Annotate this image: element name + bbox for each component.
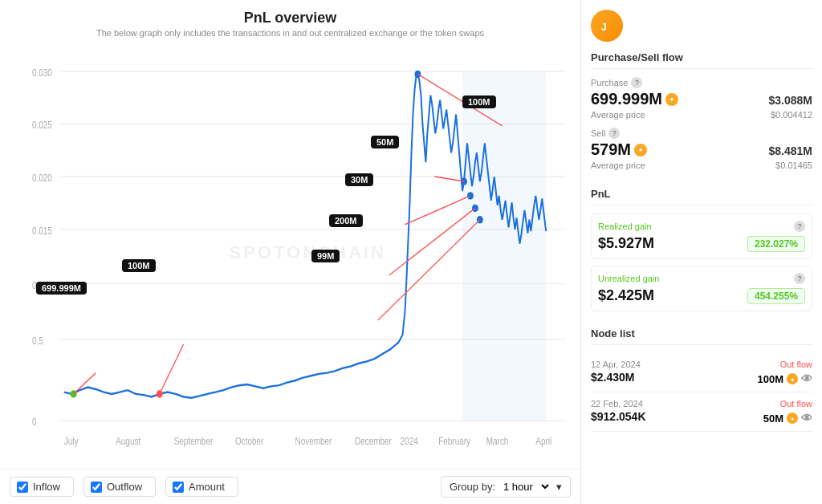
node-item-0: 12 Apr, 2024 $2.430M Out flow 100M ● 👁 [591,353,812,392]
svg-text:0.020: 0.020 [32,173,52,183]
group-by-label: Group by: [450,481,495,493]
svg-text:J: J [601,21,607,33]
outflow-label: Outflow [107,481,142,493]
sell-avg-row: Average price $0.01465 [591,161,812,170]
outflow-checkbox-item[interactable]: Outflow [83,477,156,497]
purchase-amount-text: 699.999M [591,90,662,108]
svg-text:July: July [64,436,79,446]
node-flow-0: Out flow [780,360,812,369]
svg-line-26 [74,373,96,394]
purchase-amount: 699.999M ● [591,90,678,108]
sell-usd: $8.481M [769,144,812,157]
right-panel: J Purchase/Sell flow Purchase ? 699.999M… [581,0,822,504]
unrealized-badge: 454.255% [747,288,805,304]
node-amount-0: $2.430M [591,371,641,384]
node-eye-icon-1[interactable]: 👁 [801,412,812,425]
svg-text:0: 0 [32,417,37,427]
node-right-1: Out flow 50M ● 👁 [763,399,812,425]
node-list-title: Node list [591,327,812,345]
unrealized-label-row: Unrealized gain ? [598,273,805,284]
node-right-0: Out flow 100M ● 👁 [757,360,812,385]
realized-gain-item: Realized gain ? $5.927M 232.027% [591,213,812,259]
purchase-help-icon[interactable]: ? [631,77,642,88]
node-eye-icon-0[interactable]: 👁 [801,372,812,385]
svg-text:September: September [174,436,214,446]
unrealized-values: $2.425M 454.255% [598,287,805,304]
amount-label: Amount [189,481,225,493]
svg-text:0.025: 0.025 [32,120,52,131]
realized-badge: 232.027% [747,236,805,252]
realized-value: $5.927M [598,235,654,252]
unrealized-gain-item: Unrealized gain ? $2.425M 454.255% [591,266,812,311]
purchase-sell-section: Purchase/Sell flow Purchase ? 699.999M ●… [591,51,812,178]
sell-coin-icon: ● [634,144,647,156]
svg-text:0,5: 0,5 [32,335,43,346]
node-coin-icon-0: ● [787,373,798,384]
chart-area: PnL overview The below graph only includ… [0,0,581,504]
sell-item: Sell ? 579M ● $8.481M Average price $0.0… [591,128,812,170]
svg-text:March: March [486,436,509,446]
svg-text:October: October [235,436,264,446]
node-amount-1: $912.054K [591,410,646,423]
chevron-down-icon: ▾ [556,481,562,493]
purchase-item: Purchase ? 699.999M ● $3.088M Average pr… [591,77,812,120]
svg-text:0.015: 0.015 [32,226,52,236]
unrealized-label: Unrealized gain [598,274,659,283]
node-flow-1: Out flow [780,399,812,408]
node-date-0: 12 Apr, 2024 [591,360,641,369]
svg-text:February: February [438,436,470,446]
svg-line-28 [160,344,184,394]
svg-text:0.010: 0.010 [32,280,52,291]
sell-avg-value: $0.01465 [775,161,812,170]
node-token-amount-0: 100M [757,373,783,385]
node-left-1: 22 Feb, 2024 $912.054K [591,399,646,423]
chart-header: PnL overview The below graph only includ… [0,0,580,41]
svg-text:April: April [535,436,551,446]
inflow-checkbox-item[interactable]: Inflow [10,477,74,497]
group-by-selector[interactable]: Group by: 1 hour 4 hours 1 day 1 week ▾ [441,476,571,498]
token-symbol-icon: J [598,17,616,35]
realized-help-icon[interactable]: ? [794,221,805,232]
purchase-avg-value: $0.004412 [771,110,812,120]
amount-checkbox[interactable] [173,482,184,493]
pnl-section: PnL Realized gain ? $5.927M 232.027% Unr… [591,188,812,318]
sell-values: 579M ● $8.481M [591,140,812,159]
outflow-checkbox[interactable] [91,482,102,493]
realized-values: $5.927M 232.027% [598,235,805,252]
group-by-select[interactable]: 1 hour 4 hours 1 day 1 week [500,480,551,494]
svg-text:2024: 2024 [401,436,418,446]
purchase-label-row: Purchase ? [591,77,812,88]
node-token-amount-1: 50M [763,413,783,425]
sell-amount: 579M ● [591,140,647,159]
token-icon: J [591,10,623,42]
sell-label: Sell [591,128,605,138]
sell-help-icon[interactable]: ? [608,128,620,139]
inflow-checkbox[interactable] [17,482,28,493]
purchase-avg-label: Average price [591,110,645,120]
chart-controls: Inflow Outflow Amount Group by: 1 hour 4… [0,469,580,504]
unrealized-help-icon[interactable]: ? [794,273,805,284]
node-tokens-1: 50M ● 👁 [763,412,812,425]
sell-label-row: Sell ? [591,128,812,139]
svg-point-27 [157,390,163,398]
svg-text:August: August [116,436,140,446]
realized-label: Realized gain [598,222,652,231]
purchase-usd: $3.088M [769,94,812,107]
amount-checkbox-item[interactable]: Amount [165,477,238,497]
svg-line-34 [389,208,475,275]
svg-text:November: November [295,436,332,446]
main-container: PnL overview The below graph only includ… [0,0,822,504]
chart-title: PnL overview [0,10,580,26]
purchase-coin-icon: ● [665,93,678,106]
node-item-1: 22 Feb, 2024 $912.054K Out flow 50M ● 👁 [591,392,812,432]
sell-avg-label: Average price [591,161,645,170]
chart-subtitle: The below graph only includes the transa… [0,28,580,38]
unrealized-value: $2.425M [598,287,654,304]
svg-rect-24 [462,71,546,421]
chart-svg: 0.030 0.025 0.020 0.015 0.010 0,5 0 July… [32,47,574,469]
purchase-label: Purchase [591,78,628,87]
realized-label-row: Realized gain ? [598,221,805,232]
chart-wrapper: SPOTONCHAIN 0.030 0.025 0.020 0.015 0.01… [0,41,580,469]
node-date-1: 22 Feb, 2024 [591,399,646,408]
node-left-0: 12 Apr, 2024 $2.430M [591,360,641,384]
